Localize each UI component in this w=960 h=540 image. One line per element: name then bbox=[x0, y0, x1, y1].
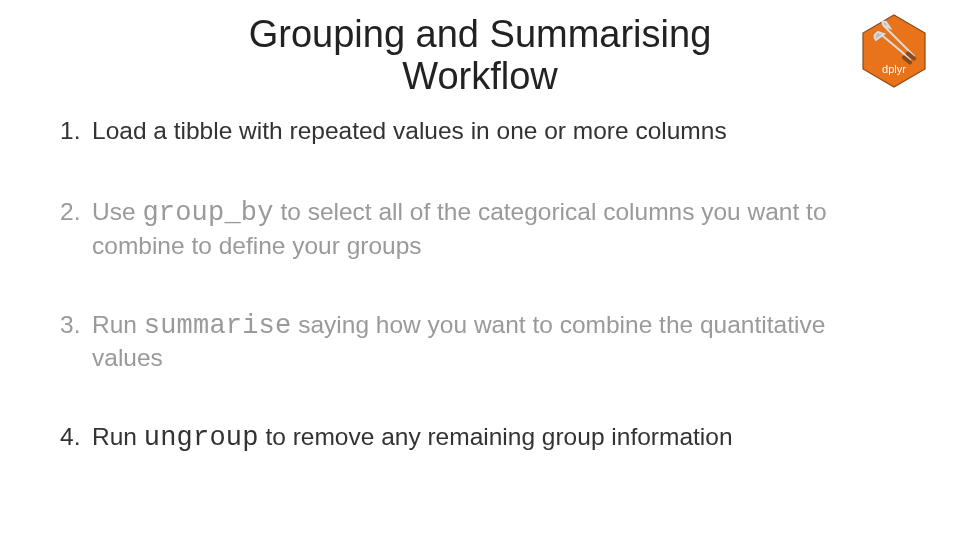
workflow-list: 1. Load a tibble with repeated values in… bbox=[0, 98, 960, 456]
list-item: 2. Use group_by to select all of the cat… bbox=[58, 197, 902, 261]
list-item: 3. Run summarise saying how you want to … bbox=[58, 310, 902, 374]
title-line-1: Grouping and Summarising bbox=[249, 13, 712, 55]
dplyr-logo: dplyr bbox=[862, 14, 926, 88]
item-text-pre: Run bbox=[92, 423, 144, 450]
item-number: 4. bbox=[58, 422, 92, 453]
item-number: 3. bbox=[58, 310, 92, 341]
item-text-post: to remove any remaining group informatio… bbox=[259, 423, 733, 450]
item-body: Run ungroup to remove any remaining grou… bbox=[92, 422, 902, 456]
item-code: ungroup bbox=[144, 423, 259, 453]
slide-title: Grouping and Summarising Workflow bbox=[249, 14, 712, 98]
item-body: Load a tibble with repeated values in on… bbox=[92, 116, 902, 150]
title-line-2: Workflow bbox=[402, 55, 558, 97]
item-text-pre: Load a tibble with repeated values in on… bbox=[92, 117, 727, 144]
slide-header: Grouping and Summarising Workflow dplyr bbox=[0, 0, 960, 98]
item-code: group_by bbox=[142, 198, 273, 228]
logo-label: dplyr bbox=[862, 63, 926, 75]
list-item: 1. Load a tibble with repeated values in… bbox=[58, 116, 902, 150]
svg-marker-0 bbox=[863, 15, 925, 87]
item-code: summarise bbox=[144, 311, 292, 341]
item-text-pre: Run bbox=[92, 311, 144, 338]
list-item: 4. Run ungroup to remove any remaining g… bbox=[58, 422, 902, 456]
item-body: Run summarise saying how you want to com… bbox=[92, 310, 902, 374]
item-number: 2. bbox=[58, 197, 92, 228]
item-number: 1. bbox=[58, 116, 92, 147]
item-text-pre: Use bbox=[92, 198, 142, 225]
hexagon-icon: dplyr bbox=[862, 14, 926, 88]
item-body: Use group_by to select all of the catego… bbox=[92, 197, 902, 261]
